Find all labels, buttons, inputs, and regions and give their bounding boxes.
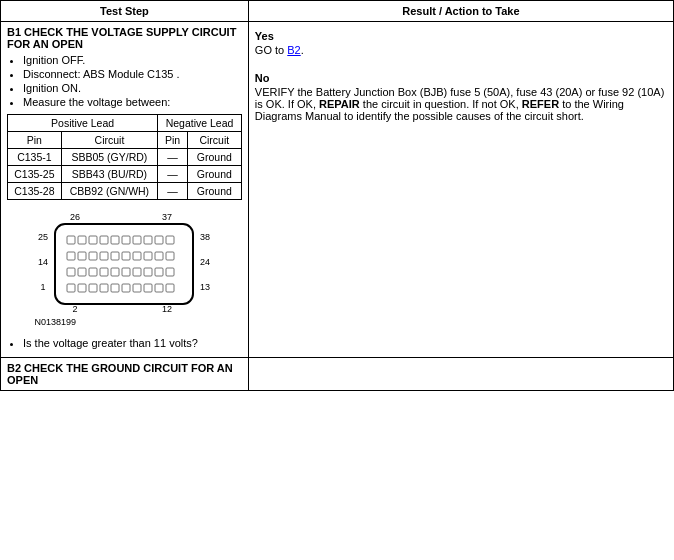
svg-text:25: 25 bbox=[38, 232, 48, 242]
svg-rect-25 bbox=[111, 252, 119, 260]
negative-lead-header: Negative Lead bbox=[158, 115, 242, 132]
svg-rect-42 bbox=[78, 284, 86, 292]
svg-rect-13 bbox=[89, 236, 97, 244]
b1-title: B1 CHECK THE VOLTAGE SUPPLY CIRCUIT FOR … bbox=[7, 26, 242, 50]
svg-text:13: 13 bbox=[200, 282, 210, 292]
svg-rect-20 bbox=[166, 236, 174, 244]
svg-rect-19 bbox=[155, 236, 163, 244]
svg-rect-11 bbox=[67, 236, 75, 244]
svg-text:38: 38 bbox=[200, 232, 210, 242]
svg-rect-23 bbox=[89, 252, 97, 260]
svg-rect-43 bbox=[89, 284, 97, 292]
b1-steps-list: Ignition OFF. Disconnect: ABS Module C13… bbox=[7, 54, 242, 108]
svg-rect-40 bbox=[166, 268, 174, 276]
col-pin-header: Pin bbox=[8, 132, 62, 149]
svg-rect-49 bbox=[155, 284, 163, 292]
b2-title: B2 CHECK THE GROUND CIRCUIT FOR AN OPEN bbox=[7, 362, 242, 386]
svg-rect-47 bbox=[133, 284, 141, 292]
svg-rect-34 bbox=[100, 268, 108, 276]
result-cell-b1: Yes GO to B2. No VERIFY the Battery Junc… bbox=[248, 22, 673, 358]
svg-text:37: 37 bbox=[162, 212, 172, 222]
svg-text:24: 24 bbox=[200, 257, 210, 267]
svg-rect-22 bbox=[78, 252, 86, 260]
dash-1: — bbox=[158, 149, 188, 166]
dash-2: — bbox=[158, 166, 188, 183]
svg-rect-33 bbox=[89, 268, 97, 276]
svg-rect-17 bbox=[133, 236, 141, 244]
svg-rect-27 bbox=[133, 252, 141, 260]
svg-rect-26 bbox=[122, 252, 130, 260]
svg-rect-28 bbox=[144, 252, 152, 260]
step-item-3: Ignition ON. bbox=[23, 82, 242, 94]
svg-rect-21 bbox=[67, 252, 75, 260]
connector-svg: 26 37 25 14 1 38 24 13 2 12 bbox=[37, 210, 212, 315]
inner-header-row1: Positive Lead Negative Lead bbox=[8, 115, 242, 132]
svg-rect-30 bbox=[166, 252, 174, 260]
pin-row-2 bbox=[67, 252, 174, 260]
svg-rect-16 bbox=[122, 236, 130, 244]
b1-question: Is the voltage greater than 11 volts? bbox=[23, 337, 242, 349]
table-row-b2: B2 CHECK THE GROUND CIRCUIT FOR AN OPEN bbox=[1, 358, 674, 391]
pin-row-1 bbox=[67, 236, 174, 244]
measurement-table: Positive Lead Negative Lead Pin Circuit … bbox=[7, 114, 242, 200]
svg-text:1: 1 bbox=[40, 282, 45, 292]
svg-text:14: 14 bbox=[38, 257, 48, 267]
svg-text:12: 12 bbox=[162, 304, 172, 314]
main-table: Test Step Result / Action to Take B1 CHE… bbox=[0, 0, 674, 391]
positive-lead-header: Positive Lead bbox=[8, 115, 158, 132]
svg-rect-41 bbox=[67, 284, 75, 292]
pin-row-3 bbox=[67, 268, 174, 276]
svg-text:26: 26 bbox=[70, 212, 80, 222]
diagram-label: N0138199 bbox=[34, 317, 214, 327]
svg-rect-24 bbox=[100, 252, 108, 260]
pos-circuit-3: CBB92 (GN/WH) bbox=[61, 183, 157, 200]
step-cell-b2: B2 CHECK THE GROUND CIRCUIT FOR AN OPEN bbox=[1, 358, 249, 391]
pos-pin-3: C135-28 bbox=[8, 183, 62, 200]
inner-header-row2: Pin Circuit Pin Circuit bbox=[8, 132, 242, 149]
pos-circuit-2: SBB43 (BU/RD) bbox=[61, 166, 157, 183]
step-item-1: Ignition OFF. bbox=[23, 54, 242, 66]
pos-pin-2: C135-25 bbox=[8, 166, 62, 183]
svg-rect-45 bbox=[111, 284, 119, 292]
header-result: Result / Action to Take bbox=[248, 1, 673, 22]
header-test-step: Test Step bbox=[1, 1, 249, 22]
svg-text:2: 2 bbox=[72, 304, 77, 314]
pin-row-4 bbox=[67, 284, 174, 292]
neg-circuit-2: Ground bbox=[187, 166, 241, 183]
result-cell-b2 bbox=[248, 358, 673, 391]
connector-diagram: 26 37 25 14 1 38 24 13 2 12 bbox=[34, 210, 214, 327]
inner-data-row-3: C135-28 CBB92 (GN/WH) — Ground bbox=[8, 183, 242, 200]
svg-rect-38 bbox=[144, 268, 152, 276]
svg-rect-50 bbox=[166, 284, 174, 292]
svg-rect-37 bbox=[133, 268, 141, 276]
svg-rect-18 bbox=[144, 236, 152, 244]
step-cell-b1: B1 CHECK THE VOLTAGE SUPPLY CIRCUIT FOR … bbox=[1, 22, 249, 358]
col-circuit-header2: Circuit bbox=[187, 132, 241, 149]
svg-rect-46 bbox=[122, 284, 130, 292]
inner-data-row-1: C135-1 SBB05 (GY/RD) — Ground bbox=[8, 149, 242, 166]
neg-circuit-1: Ground bbox=[187, 149, 241, 166]
no-label: No bbox=[255, 72, 667, 84]
svg-rect-15 bbox=[111, 236, 119, 244]
col-circuit-header: Circuit bbox=[61, 132, 157, 149]
table-row-b1: B1 CHECK THE VOLTAGE SUPPLY CIRCUIT FOR … bbox=[1, 22, 674, 358]
inner-data-row-2: C135-25 SBB43 (BU/RD) — Ground bbox=[8, 166, 242, 183]
col-pin-header2: Pin bbox=[158, 132, 188, 149]
no-action-text: VERIFY the Battery Junction Box (BJB) fu… bbox=[255, 86, 664, 122]
yes-action: GO to B2. bbox=[255, 44, 667, 56]
b1-question-list: Is the voltage greater than 11 volts? bbox=[7, 337, 242, 349]
svg-rect-48 bbox=[144, 284, 152, 292]
svg-rect-35 bbox=[111, 268, 119, 276]
svg-rect-12 bbox=[78, 236, 86, 244]
svg-rect-31 bbox=[67, 268, 75, 276]
svg-rect-39 bbox=[155, 268, 163, 276]
svg-rect-14 bbox=[100, 236, 108, 244]
yes-label: Yes bbox=[255, 30, 667, 42]
svg-rect-29 bbox=[155, 252, 163, 260]
svg-rect-32 bbox=[78, 268, 86, 276]
table-header: Test Step Result / Action to Take bbox=[1, 1, 674, 22]
b2-link[interactable]: B2 bbox=[287, 44, 300, 56]
pos-pin-1: C135-1 bbox=[8, 149, 62, 166]
svg-rect-36 bbox=[122, 268, 130, 276]
svg-rect-44 bbox=[100, 284, 108, 292]
